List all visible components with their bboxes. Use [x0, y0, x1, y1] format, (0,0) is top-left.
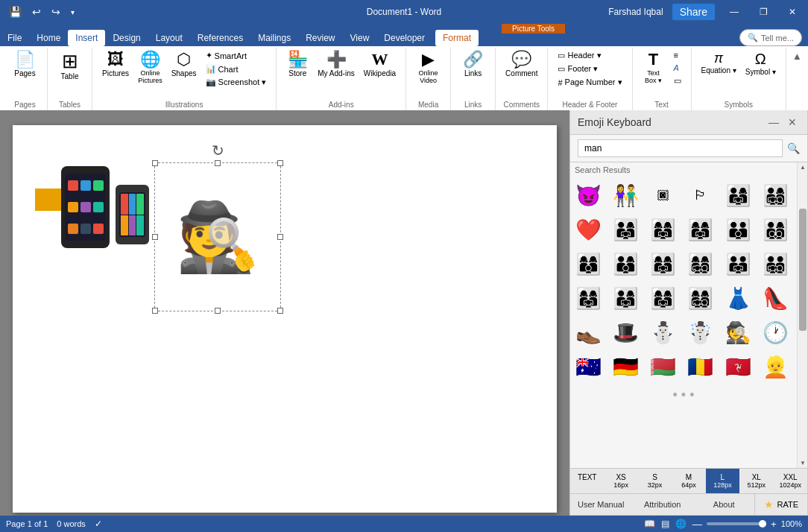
pictures-button[interactable]: 🖼 Pictures: [98, 49, 133, 80]
size-s-button[interactable]: S 32px: [638, 469, 672, 493]
size-l-button[interactable]: L 128px: [706, 469, 739, 493]
emoji-item[interactable]: 🇧🇾: [647, 350, 680, 383]
menu-view[interactable]: View: [343, 30, 377, 46]
online-pictures-button[interactable]: 🌐 OnlinePictures: [134, 49, 166, 86]
emoji-item[interactable]: 🏿: [647, 179, 680, 212]
dropcap-button[interactable]: ▭: [670, 75, 685, 87]
zoom-slider-thumb[interactable]: [759, 520, 766, 528]
emoji-item[interactable]: 👩‍👩‍👦: [572, 247, 605, 280]
table-button[interactable]: ⊞ Table: [55, 49, 85, 83]
equation-button[interactable]: π Equation ▾: [698, 49, 740, 77]
textbox-button[interactable]: T TextBox ▾: [639, 49, 669, 86]
menu-file[interactable]: File: [0, 30, 29, 46]
zoom-slider[interactable]: [707, 522, 766, 525]
emoji-item[interactable]: 👨‍👨‍👧: [722, 247, 754, 280]
emoji-close-button[interactable]: ✕: [785, 115, 800, 130]
emoji-item[interactable]: 🇩🇪: [609, 350, 642, 383]
emoji-item[interactable]: 👩‍👩‍👧‍👦: [684, 247, 717, 280]
emoji-item[interactable]: 👨‍👩‍👦‍👦: [760, 213, 792, 246]
zoom-in-button[interactable]: +: [771, 519, 777, 530]
menu-developer[interactable]: Developer: [376, 30, 432, 46]
emoji-item[interactable]: 🇦🇺: [572, 350, 605, 383]
handle-tl[interactable]: [152, 160, 158, 166]
emoji-item[interactable]: ☃️: [684, 316, 717, 349]
web-layout-button[interactable]: 🌐: [675, 519, 687, 529]
customize-qat-button[interactable]: ▾: [68, 7, 78, 18]
symbol-button[interactable]: Ω Symbol ▾: [742, 49, 780, 78]
menu-review[interactable]: Review: [298, 30, 342, 46]
menu-layout[interactable]: Layout: [148, 30, 190, 46]
emoji-item[interactable]: 👞: [572, 316, 605, 349]
about-button[interactable]: About: [693, 494, 754, 515]
emoji-item[interactable]: 🇮🇲: [722, 350, 754, 383]
size-xxl-button[interactable]: XXL 1024px: [774, 469, 807, 493]
restore-button[interactable]: ❐: [754, 5, 774, 19]
emoji-item[interactable]: 👨‍👨‍👧‍👦: [760, 247, 792, 280]
emoji-item[interactable]: 👨‍👩‍👧: [609, 282, 642, 314]
menu-design[interactable]: Design: [105, 30, 148, 46]
undo-button[interactable]: ↩: [29, 4, 44, 19]
emoji-scrollbar[interactable]: ▲ ▼: [797, 162, 807, 468]
handle-tm[interactable]: [215, 160, 221, 166]
scrollbar-down[interactable]: ▼: [799, 460, 807, 466]
size-text-button[interactable]: TEXT: [570, 469, 604, 493]
emoji-search-input[interactable]: [578, 139, 783, 157]
emoji-item[interactable]: 🏳: [684, 179, 717, 212]
emoji-minimize-button[interactable]: —: [766, 115, 782, 130]
redo-button[interactable]: ↪: [48, 4, 63, 19]
emoji-item[interactable]: 🕐: [760, 316, 792, 349]
emoji-item[interactable]: 👨‍👩‍👧‍👦: [760, 179, 792, 212]
wikipedia-button[interactable]: W Wikipedia: [360, 49, 400, 80]
menu-format[interactable]: Format: [435, 30, 479, 46]
footer-button[interactable]: ▭ Footer ▾: [554, 63, 625, 75]
size-xl-button[interactable]: XL 512px: [739, 469, 773, 493]
emoji-item[interactable]: ⛄: [647, 316, 680, 349]
emoji-item[interactable]: 👠: [760, 282, 792, 314]
emoji-item[interactable]: 👗: [722, 282, 754, 314]
emoji-item[interactable]: 👩‍👩‍👧‍👦: [684, 282, 717, 314]
menu-mailings[interactable]: Mailings: [250, 30, 298, 46]
emoji-item[interactable]: 👩‍👩‍👧: [647, 282, 680, 314]
share-button[interactable]: Share: [672, 4, 715, 20]
emoji-item[interactable]: 👨‍👩‍👦: [609, 247, 642, 280]
attribution-button[interactable]: Attribution: [631, 494, 692, 515]
tell-me-input[interactable]: 🔍 Tell me...: [739, 29, 802, 46]
chart-button[interactable]: 📊 Chart: [202, 63, 271, 75]
page-number-button[interactable]: # Page Number ▾: [554, 76, 625, 89]
comment-button[interactable]: 💬 Comment: [502, 49, 541, 80]
size-m-button[interactable]: M 64px: [672, 469, 705, 493]
minimize-button[interactable]: —: [724, 5, 745, 19]
read-mode-button[interactable]: 📖: [644, 519, 655, 529]
size-xs-button[interactable]: XS 16px: [604, 469, 637, 493]
wordart-button[interactable]: A: [670, 62, 685, 74]
handle-tr[interactable]: [277, 160, 283, 166]
print-layout-button[interactable]: ▤: [661, 519, 669, 529]
store-button[interactable]: 🏪 Store: [283, 49, 312, 80]
emoji-item[interactable]: ❤️: [572, 213, 605, 246]
emoji-item[interactable]: 👨‍👨‍👦: [722, 213, 754, 246]
emoji-item[interactable]: 👩‍👩‍👧: [647, 247, 680, 280]
ribbon-collapse-button[interactable]: ▲: [792, 51, 802, 62]
emoji-item[interactable]: 🕵️: [722, 316, 754, 349]
handle-bm[interactable]: [215, 308, 221, 314]
emoji-item[interactable]: 👫: [609, 179, 642, 212]
scrollbar-up[interactable]: ▲: [799, 164, 807, 171]
shapes-button[interactable]: ⬡ Shapes: [168, 49, 201, 80]
emoji-item[interactable]: 👨‍👩‍👧: [609, 213, 642, 246]
close-button[interactable]: ✕: [783, 5, 802, 19]
handle-br[interactable]: [277, 308, 283, 314]
emoji-item[interactable]: 👨‍👩‍👧: [722, 179, 754, 212]
emoji-item[interactable]: 👩‍👩‍👧: [572, 282, 605, 314]
zoom-out-button[interactable]: —: [692, 519, 702, 530]
emoji-item[interactable]: 🇷🇴: [684, 350, 717, 383]
emoji-scrollbar-thumb[interactable]: [799, 209, 807, 331]
my-addins-button[interactable]: ➕ My Add-ins: [314, 49, 358, 80]
handle-bl[interactable]: [152, 308, 158, 314]
menu-insert[interactable]: Insert: [68, 30, 105, 46]
quick-parts-button[interactable]: ≡: [670, 49, 685, 61]
screenshot-button[interactable]: 📷 Screenshot ▾: [202, 76, 271, 89]
pages-button[interactable]: 📄 Pages: [10, 49, 40, 80]
menu-references[interactable]: References: [190, 30, 250, 46]
menu-home[interactable]: Home: [29, 30, 68, 46]
save-button[interactable]: 💾: [6, 4, 25, 19]
